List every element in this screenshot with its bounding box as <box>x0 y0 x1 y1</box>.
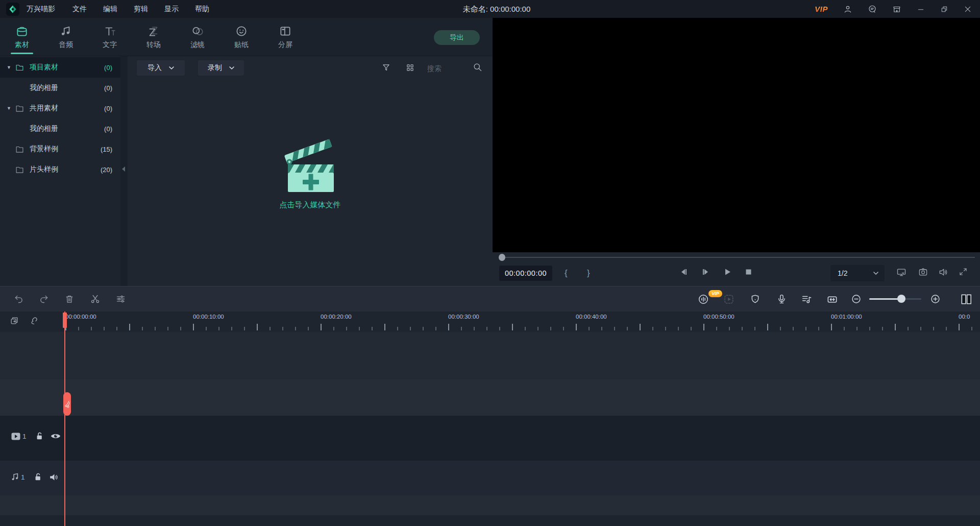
import-hint-text: 点击导入媒体文件 <box>280 200 341 210</box>
next-frame-button[interactable] <box>702 268 709 276</box>
fit-timeline-button[interactable] <box>826 294 838 305</box>
ruler-tick <box>640 324 641 330</box>
ruler-label: 00:00:50:00 <box>703 314 734 320</box>
stop-button[interactable] <box>745 268 752 276</box>
grid-view-icon[interactable] <box>406 63 414 72</box>
timeline-ruler[interactable]: 00:00:00:0000:00:10:0000:00:20:0000:00:3… <box>0 312 980 332</box>
zoom-slider-track[interactable] <box>869 298 921 300</box>
eye-icon[interactable] <box>51 433 61 440</box>
sidebar-item-background-samples[interactable]: 背景样例 (15) <box>0 139 120 159</box>
mark-out-button[interactable]: } <box>587 266 590 281</box>
snapshot-icon[interactable] <box>918 267 928 277</box>
preview-scrubber-handle[interactable] <box>499 254 505 261</box>
undo-button[interactable] <box>13 294 24 304</box>
ruler-tick <box>780 327 781 330</box>
ruler-tick <box>805 327 806 330</box>
mark-in-button[interactable]: { <box>565 266 568 281</box>
ruler-tick <box>754 327 755 330</box>
tab-splitscreen[interactable]: 分屏 <box>263 18 307 56</box>
sidebar-item-label: 片头样例 <box>30 165 58 174</box>
delete-button[interactable] <box>64 294 75 304</box>
import-button[interactable]: 导入 <box>137 60 185 76</box>
caret-down-icon[interactable]: ▼ <box>7 106 12 111</box>
adjust-sliders-button[interactable] <box>115 294 126 304</box>
filter-icon[interactable] <box>382 63 390 72</box>
fullscreen-icon[interactable] <box>959 267 968 276</box>
unlock-icon[interactable] <box>36 432 43 440</box>
timeline-empty-band-3[interactable] <box>0 495 980 515</box>
sidebar-splitter[interactable] <box>120 56 128 286</box>
render-preview-button[interactable] <box>723 294 734 305</box>
playhead-handle[interactable] <box>63 392 71 416</box>
mute-speaker-icon[interactable] <box>49 473 58 481</box>
sidebar-item-project-media[interactable]: ▼ 项目素材 (0) <box>0 57 120 78</box>
sidebar-item-my-album-1[interactable]: 我的相册 (0) <box>0 78 120 98</box>
voiceover-mic-button[interactable] <box>776 294 787 304</box>
playhead-line[interactable] <box>64 312 65 526</box>
sidebar-item-intro-samples[interactable]: 片头样例 (20) <box>0 159 120 180</box>
split-scissors-button[interactable] <box>90 294 101 304</box>
zoom-in-button[interactable] <box>930 294 941 304</box>
store-icon[interactable] <box>892 5 901 14</box>
link-clips-icon[interactable] <box>29 316 39 326</box>
preview-viewport[interactable] <box>493 18 980 252</box>
menu-help[interactable]: 帮助 <box>195 5 209 14</box>
previous-frame-button[interactable] <box>680 268 688 276</box>
tab-text[interactable]: 文字 <box>88 18 132 56</box>
menu-file[interactable]: 文件 <box>72 5 87 14</box>
ruler-tick <box>282 327 283 330</box>
zoom-slider-handle[interactable] <box>897 295 905 303</box>
timeline-empty-band-2[interactable] <box>0 379 980 416</box>
menu-app-name[interactable]: 万兴喵影 <box>27 5 55 14</box>
track-layout-button[interactable] <box>960 293 973 306</box>
ruler-tick <box>652 327 653 330</box>
feature-tabbar: 素材 音频 文字 转场 滤镜 <box>0 18 493 56</box>
vip-label[interactable]: VIP <box>815 5 828 13</box>
zoom-out-button[interactable] <box>851 294 862 304</box>
import-media-dropzone[interactable]: 点击导入媒体文件 <box>128 133 493 210</box>
menu-edit[interactable]: 编辑 <box>103 5 117 14</box>
restore-button[interactable] <box>940 5 948 13</box>
add-track-icon[interactable] <box>9 316 19 326</box>
tab-filter[interactable]: 滤镜 <box>176 18 219 56</box>
volume-icon[interactable] <box>938 267 948 277</box>
sidebar-item-my-album-2[interactable]: 我的相册 (0) <box>0 118 120 139</box>
record-button[interactable]: 录制 <box>198 60 244 76</box>
tab-media[interactable]: 素材 <box>0 18 44 56</box>
timeline-empty-band-1[interactable] <box>0 332 980 379</box>
preview-scrubber-track[interactable] <box>505 257 975 258</box>
ruler-tick <box>218 327 219 330</box>
ruler-tick <box>116 327 117 330</box>
caret-down-icon[interactable]: ▼ <box>7 65 12 70</box>
unlock-icon[interactable] <box>34 473 42 481</box>
audio-mixer-button[interactable] <box>801 294 812 305</box>
ruler-tick <box>550 327 551 330</box>
sidebar-item-shared-media[interactable]: ▼ 共用素材 (0) <box>0 98 120 118</box>
redo-button[interactable] <box>39 294 50 304</box>
close-button[interactable] <box>964 5 972 13</box>
app-logo-icon <box>6 3 19 16</box>
preview-zoom-select[interactable]: 1/2 <box>830 265 885 281</box>
search-icon[interactable] <box>473 62 482 72</box>
minimize-button[interactable] <box>917 5 925 13</box>
ruler-tick <box>601 327 602 330</box>
play-button[interactable] <box>724 268 731 276</box>
ruler-tick <box>703 324 704 330</box>
mask-shield-button[interactable] <box>750 294 761 304</box>
display-device-icon[interactable] <box>896 267 906 277</box>
collapse-sidebar-icon[interactable] <box>122 166 125 172</box>
feedback-icon[interactable] <box>868 5 877 14</box>
tab-transition[interactable]: 转场 <box>132 18 176 56</box>
timeline-toolbar: VIP <box>0 286 980 312</box>
menu-view[interactable]: 显示 <box>164 5 179 14</box>
voice-changer-button[interactable] <box>698 294 709 305</box>
audio-track-lane[interactable] <box>0 461 980 495</box>
tab-sticker[interactable]: 贴纸 <box>219 18 263 56</box>
account-icon[interactable] <box>843 5 852 14</box>
search-input[interactable] <box>426 61 472 76</box>
export-button[interactable]: 导出 <box>434 30 480 45</box>
menu-clip[interactable]: 剪辑 <box>134 5 148 14</box>
playhead-ruler-marker[interactable] <box>63 313 67 328</box>
video-track-lane[interactable] <box>0 416 980 461</box>
tab-audio[interactable]: 音频 <box>44 18 88 56</box>
